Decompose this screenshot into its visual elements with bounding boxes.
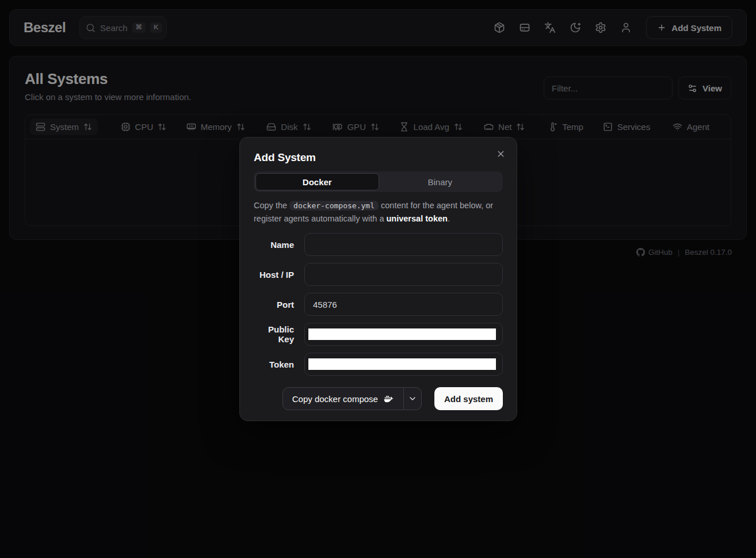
selected-text-highlight (308, 358, 496, 370)
tab-docker[interactable]: Docker (255, 173, 379, 190)
docker-whale-icon (384, 395, 394, 403)
dialog-description: Copy the docker-compose.yml content for … (254, 199, 503, 225)
compose-filename-chip: docker-compose.yml (289, 201, 379, 211)
port-field[interactable] (304, 293, 503, 316)
name-field[interactable] (304, 233, 503, 256)
copy-options-dropdown-button[interactable] (403, 388, 421, 410)
copy-compose-split-button: Copy docker compose (282, 387, 422, 410)
add-system-dialog: Add System Docker Binary Copy the docker… (239, 137, 517, 421)
host-field[interactable] (304, 263, 503, 286)
selected-text-highlight (308, 328, 496, 340)
add-system-form: Name Host / IP Port Public Key Token (254, 233, 503, 376)
universal-token-link[interactable]: universal token (387, 214, 448, 223)
token-field[interactable] (304, 353, 503, 376)
public-key-label: Public Key (254, 324, 294, 344)
host-label: Host / IP (254, 270, 294, 280)
chevron-down-icon (408, 394, 417, 403)
dialog-title: Add System (254, 151, 503, 164)
public-key-field[interactable] (304, 323, 503, 346)
add-system-submit-button[interactable]: Add system (434, 387, 503, 410)
port-label: Port (254, 300, 294, 309)
close-icon (496, 149, 506, 159)
install-type-tabs: Docker Binary (254, 171, 503, 192)
tab-binary[interactable]: Binary (379, 173, 502, 190)
copy-docker-compose-button[interactable]: Copy docker compose (283, 388, 403, 410)
name-label: Name (254, 240, 294, 250)
close-button[interactable] (494, 147, 507, 160)
dialog-actions: Copy docker compose Add system (254, 387, 503, 410)
token-label: Token (254, 360, 294, 369)
